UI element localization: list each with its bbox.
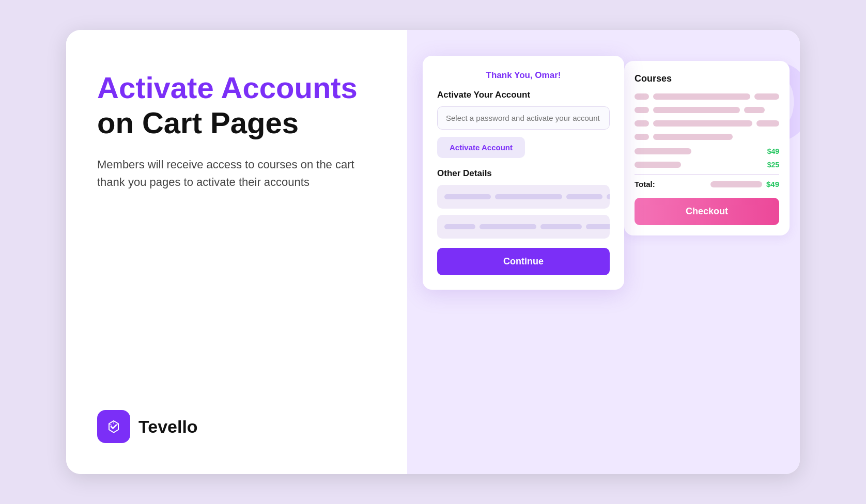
price-row-1: $49 xyxy=(635,147,779,155)
skel-box xyxy=(653,120,752,127)
skel-box xyxy=(635,107,649,113)
price-2: $25 xyxy=(767,161,779,169)
cart-title: Courses xyxy=(635,73,779,84)
password-input[interactable] xyxy=(437,106,610,130)
headline-line1: Activate Accounts xyxy=(97,71,376,104)
cart-total-price: $49 xyxy=(766,180,779,188)
headline-line2: on Cart Pages xyxy=(97,106,376,139)
skel-box xyxy=(754,93,779,100)
skel-box xyxy=(635,93,649,100)
skel-box xyxy=(635,162,681,168)
cart-total-skel xyxy=(710,181,762,187)
skel-box xyxy=(756,120,779,127)
price-row-2: $25 xyxy=(635,161,779,169)
tevello-icon xyxy=(104,417,123,436)
cart-total-row: Total: $49 xyxy=(635,180,779,188)
skel-box xyxy=(635,148,691,154)
activate-section-title: Activate Your Account xyxy=(437,90,610,100)
cart-divider xyxy=(635,174,779,175)
skel-box xyxy=(653,93,750,100)
skel-pill xyxy=(480,224,536,229)
skel-pill xyxy=(444,194,491,199)
cart-row-2 xyxy=(635,107,779,113)
skel-pill xyxy=(495,194,562,199)
skel-pill xyxy=(540,224,582,229)
skel-box xyxy=(635,120,649,127)
description: Members will receive access to courses o… xyxy=(97,156,376,191)
skeleton-input-2 xyxy=(437,215,610,239)
skel-box xyxy=(653,134,733,140)
skel-pill xyxy=(586,224,610,229)
cart-row-1 xyxy=(635,93,779,100)
continue-button[interactable]: Continue xyxy=(437,248,610,275)
skel-pill xyxy=(566,194,602,199)
thank-you-text: Thank You, Omar! xyxy=(437,70,610,81)
cart-panel: Courses xyxy=(624,61,790,235)
left-panel: Activate Accounts on Cart Pages Members … xyxy=(66,30,407,474)
skel-box xyxy=(635,134,649,140)
skeleton-input-1 xyxy=(437,185,610,209)
skel-pill xyxy=(607,194,610,199)
skel-pill xyxy=(444,224,475,229)
skel-box xyxy=(653,107,740,113)
right-panel: VO Thank You, Omar! Activate Your Accoun… xyxy=(407,30,800,474)
svg-rect-0 xyxy=(104,417,123,436)
cart-row-4 xyxy=(635,134,779,140)
other-details-title: Other Details xyxy=(437,168,610,179)
price-1: $49 xyxy=(767,147,779,155)
cart-row-3 xyxy=(635,120,779,127)
skel-box xyxy=(744,107,765,113)
checkout-button[interactable]: Checkout xyxy=(635,198,779,225)
activate-button[interactable]: Activate Account xyxy=(437,137,525,158)
main-card: Activate Accounts on Cart Pages Members … xyxy=(66,30,800,474)
left-content: Activate Accounts on Cart Pages Members … xyxy=(97,71,376,191)
form-card: Thank You, Omar! Activate Your Account A… xyxy=(423,56,624,290)
logo-area: Tevello xyxy=(97,410,376,443)
logo-icon xyxy=(97,410,130,443)
cart-total-label: Total: xyxy=(635,180,655,188)
logo-name: Tevello xyxy=(138,417,198,437)
